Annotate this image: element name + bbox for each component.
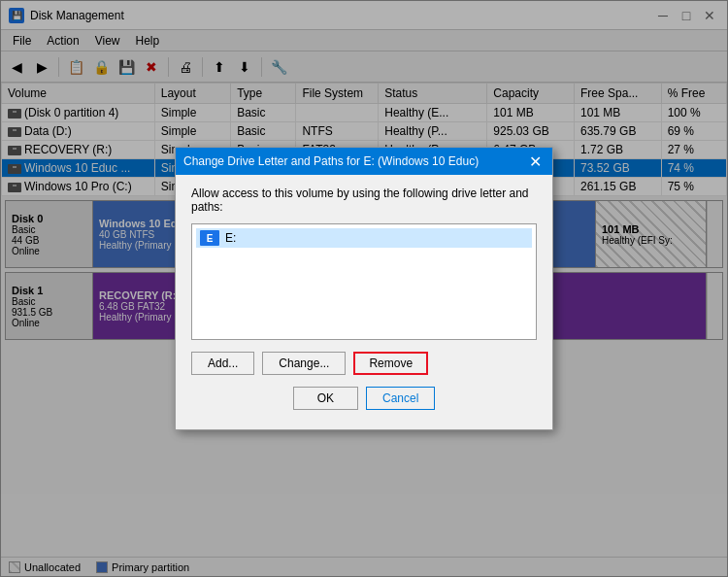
ok-button[interactable]: OK [293, 387, 358, 410]
drive-list-box[interactable]: E E: [191, 223, 537, 340]
add-button[interactable]: Add... [191, 352, 254, 375]
modal-description: Allow access to this volume by using the… [191, 187, 537, 214]
drive-icon-letter: E [207, 233, 214, 244]
modal-close-button[interactable]: ✕ [525, 152, 545, 171]
drive-letter-icon: E [200, 230, 219, 246]
remove-button[interactable]: Remove [353, 352, 428, 375]
change-button[interactable]: Change... [262, 352, 346, 375]
modal-title: Change Drive Letter and Paths for E: (Wi… [183, 154, 479, 168]
modal-overlay: Change Drive Letter and Paths for E: (Wi… [0, 0, 728, 577]
drive-list-item[interactable]: E E: [196, 228, 532, 248]
modal-body: Allow access to this volume by using the… [176, 175, 552, 429]
modal-title-bar: Change Drive Letter and Paths for E: (Wi… [176, 148, 552, 175]
modal-action-buttons: Add... Change... Remove [191, 352, 537, 375]
modal-dialog: Change Drive Letter and Paths for E: (Wi… [175, 147, 553, 430]
modal-ok-cancel-buttons: OK Cancel [191, 387, 537, 418]
cancel-button[interactable]: Cancel [366, 387, 435, 410]
drive-entry-label: E: [225, 231, 236, 245]
